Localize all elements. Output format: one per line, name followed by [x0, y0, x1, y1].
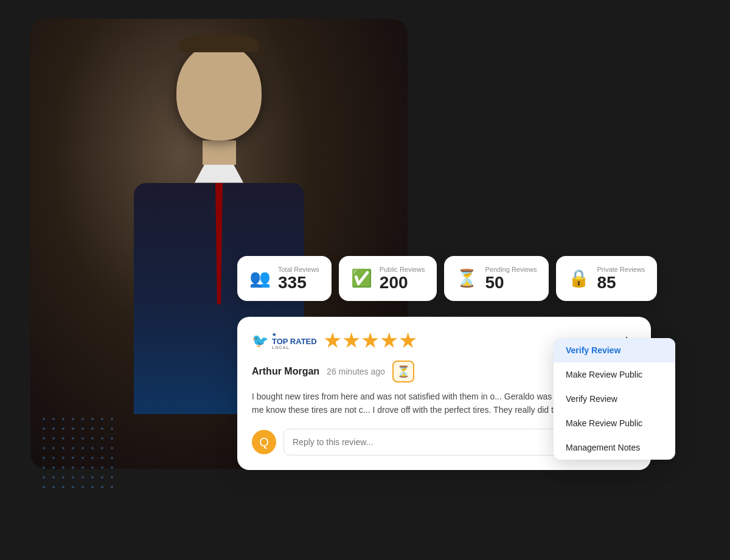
brand-area: 🐦 ★ TOP RATED LOCAL	[252, 333, 417, 350]
public-reviews-content: Public Reviews 200	[380, 266, 425, 291]
decorative-dot	[62, 476, 64, 479]
reviewer-time: 26 minutes ago	[327, 367, 385, 376]
decorative-dot	[91, 466, 94, 469]
decorative-dot	[101, 427, 103, 430]
person-shirt	[195, 165, 243, 183]
decorative-dot	[62, 418, 64, 420]
decorative-dot	[111, 466, 113, 469]
star-3	[362, 333, 379, 350]
decorative-dot	[52, 486, 55, 488]
decorative-dot	[101, 437, 103, 440]
decorative-dot	[43, 427, 45, 430]
decorative-dot	[111, 418, 113, 420]
decorative-dot	[91, 457, 94, 459]
pending-icon: ⏳	[397, 365, 410, 378]
decorative-dot	[72, 486, 74, 488]
decorative-dot	[43, 466, 45, 469]
logo-text: ★ TOP RATED LOCAL	[272, 333, 317, 350]
decorative-dot	[72, 427, 74, 430]
decorative-dot	[62, 437, 64, 440]
decorative-dot	[62, 457, 64, 459]
person-head	[176, 43, 262, 140]
stat-card-total: 👥 Total Reviews 335	[237, 256, 332, 301]
decorative-dot	[62, 427, 64, 430]
decorative-dot	[101, 466, 103, 469]
decorative-dot	[52, 457, 55, 459]
pending-reviews-content: Pending Reviews 50	[485, 266, 537, 291]
decorative-dot	[101, 418, 103, 420]
decorative-dot	[72, 447, 74, 449]
star-1	[324, 333, 341, 350]
dropdown-item-verify-1[interactable]: Verify Review	[554, 338, 675, 362]
decorative-dot	[72, 437, 74, 440]
logo-brand-name: TOP RATED	[272, 337, 317, 345]
decorative-dot	[43, 447, 45, 449]
decorative-dot	[82, 476, 84, 479]
decorative-dot	[111, 427, 113, 430]
logo-brand-sub: LOCAL	[272, 345, 317, 350]
pending-reviews-icon: ⏳	[456, 268, 478, 288]
star-5	[400, 333, 417, 350]
dropdown-item-notes[interactable]: Management Notes	[554, 435, 675, 460]
decorative-dot	[82, 447, 84, 449]
decorative-dot	[111, 476, 113, 479]
decorative-dot	[62, 486, 64, 488]
reply-input[interactable]	[283, 429, 575, 455]
decorative-dot	[101, 476, 103, 479]
decorative-dot	[62, 447, 64, 449]
dropdown-item-verify-2[interactable]: Verify Review	[554, 387, 675, 411]
decorative-dot	[82, 437, 84, 440]
decorative-dot	[43, 418, 45, 420]
decorative-dot	[82, 427, 84, 430]
decorative-dot	[52, 418, 55, 420]
total-reviews-label: Total Reviews	[278, 266, 319, 273]
decorative-dot	[43, 486, 45, 488]
star-rating	[324, 333, 417, 350]
stat-card-pending: ⏳ Pending Reviews 50	[444, 256, 549, 301]
decorative-dot	[91, 437, 94, 440]
dropdown-item-public-1[interactable]: Make Review Public	[554, 362, 675, 387]
decorative-dot	[72, 466, 74, 469]
decorative-dot	[72, 476, 74, 479]
pending-reviews-value: 50	[485, 274, 537, 291]
stats-row: 👥 Total Reviews 335 ✅ Public Reviews 200…	[237, 256, 657, 301]
decorative-dot	[101, 447, 103, 449]
reviewer-name: Arthur Morgan	[252, 366, 319, 377]
decorative-dot	[72, 418, 74, 420]
dropdown-item-public-2[interactable]: Make Review Public	[554, 411, 675, 435]
decorative-dot	[43, 457, 45, 459]
top-rated-logo: 🐦 ★ TOP RATED LOCAL	[252, 333, 317, 350]
stat-card-public: ✅ Public Reviews 200	[339, 256, 437, 301]
decorative-dot	[52, 427, 55, 430]
star-2	[343, 333, 360, 350]
decorative-dot	[52, 447, 55, 449]
stat-card-private: 🔒 Private Reviews 85	[556, 256, 657, 301]
pending-reviews-label: Pending Reviews	[485, 266, 537, 273]
total-reviews-icon: 👥	[249, 268, 271, 288]
decorative-dot	[72, 457, 74, 459]
person-neck	[203, 140, 236, 165]
total-reviews-value: 335	[278, 274, 319, 291]
decorative-dot	[62, 466, 64, 469]
decorative-dot	[82, 486, 84, 488]
decorative-dot	[111, 437, 113, 440]
decorative-dot	[52, 437, 55, 440]
main-scene: // Dots will be injected by JS below 👥 T…	[30, 19, 700, 542]
reply-avatar-icon: Q	[259, 435, 269, 449]
private-reviews-label: Private Reviews	[597, 266, 645, 273]
dropdown-menu: Verify Review Make Review Public Verify …	[554, 338, 675, 460]
decorative-dot	[82, 466, 84, 469]
public-reviews-icon: ✅	[351, 268, 372, 288]
decorative-dot	[52, 466, 55, 469]
pending-badge: ⏳	[392, 361, 414, 382]
decorative-dots: // Dots will be injected by JS below	[43, 418, 118, 493]
decorative-dot	[91, 418, 94, 420]
logo-bird-icon: 🐦	[252, 333, 268, 349]
public-reviews-value: 200	[380, 274, 425, 291]
public-reviews-label: Public Reviews	[380, 266, 425, 273]
decorative-dot	[111, 447, 113, 449]
private-reviews-content: Private Reviews 85	[597, 266, 645, 291]
star-4	[381, 333, 398, 350]
private-reviews-icon: 🔒	[568, 268, 589, 288]
total-reviews-content: Total Reviews 335	[278, 266, 319, 291]
